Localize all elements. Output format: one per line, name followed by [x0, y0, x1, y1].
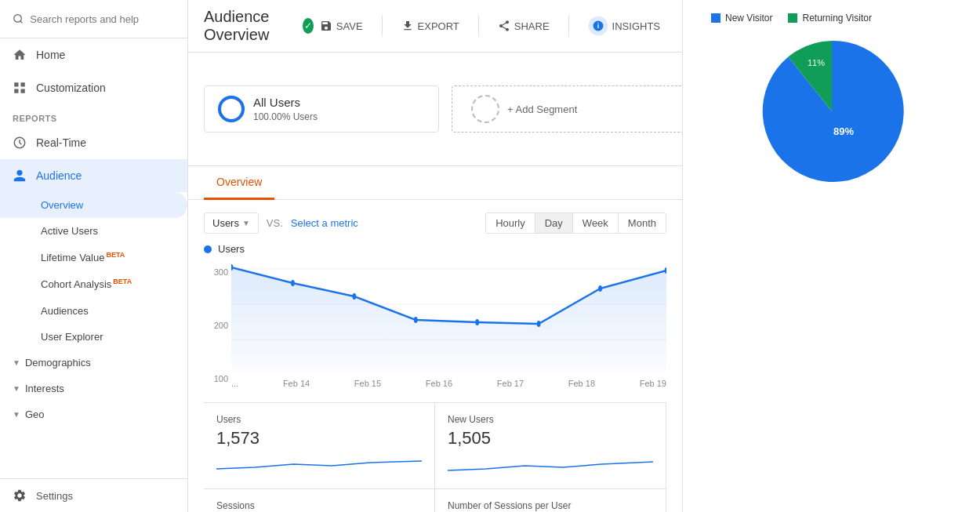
beta-badge-lifetime: BETA — [106, 251, 125, 259]
users-legend-dot — [204, 245, 212, 253]
gear-icon — [13, 488, 27, 503]
x-label-feb18: Feb 18 — [568, 379, 595, 388]
sidebar-item-realtime[interactable]: Real-Time — [0, 126, 187, 159]
svg-point-16 — [291, 280, 295, 286]
chart-svg-container: ... Feb 14 Feb 15 Feb 16 Feb 17 Feb 18 F… — [231, 261, 666, 390]
grid-icon — [13, 81, 27, 95]
sidebar-item-home[interactable]: Home — [0, 38, 187, 71]
divider-2 — [478, 15, 479, 37]
new-visitor-color-swatch — [711, 13, 720, 23]
sidebar-collapse-interests[interactable]: ▼ Interests — [0, 376, 187, 401]
insights-icon: i — [588, 16, 608, 36]
chevron-down-icon-geo: ▼ — [13, 410, 20, 419]
legend-returning-visitor: Returning Visitor — [788, 13, 872, 24]
page-title: Audience Overview ✓ — [204, 8, 314, 44]
realtime-label: Real-Time — [36, 136, 86, 149]
chart-controls: Users ▼ VS. Select a metric Hourly Day W… — [204, 212, 666, 234]
time-buttons: Hourly Day Week Month — [485, 212, 666, 234]
returning-visitor-pct-label: 11% — [807, 58, 824, 67]
add-segment-label: + Add Segment — [507, 103, 577, 115]
pie-chart-svg: 89% 11% — [753, 33, 910, 190]
svg-point-19 — [475, 319, 479, 325]
y-label-100: 100 — [207, 374, 228, 383]
content-area: All Users 100.00% Users + Add Segment Fe… — [188, 53, 682, 512]
divider-3 — [568, 15, 569, 37]
svg-text:i: i — [597, 22, 599, 30]
sidebar-sub-cohort-analysis[interactable]: Cohort AnalysisBETA — [0, 271, 187, 297]
user-explorer-label: User Explorer — [41, 331, 103, 343]
stat-sessions: Sessions 1,754 — [204, 489, 435, 512]
audience-label: Audience — [36, 169, 82, 182]
sidebar-collapse-demographics[interactable]: ▼ Demographics — [0, 350, 187, 376]
chart-section: Users ▼ VS. Select a metric Hourly Day W… — [188, 200, 682, 402]
sidebar-sub-audiences[interactable]: Audiences — [0, 298, 187, 324]
returning-visitor-legend-label: Returning Visitor — [802, 13, 872, 24]
sidebar-collapse-geo[interactable]: ▼ Geo — [0, 401, 187, 427]
segment-pct: 100.00% Users — [253, 111, 318, 124]
search-bar[interactable] — [0, 0, 187, 38]
time-btn-month[interactable]: Month — [619, 213, 666, 233]
sidebar-sub-overview[interactable]: Overview — [0, 192, 187, 218]
time-btn-day[interactable]: Day — [535, 213, 573, 233]
home-label: Home — [36, 49, 65, 61]
users-legend-label: Users — [218, 243, 245, 255]
time-btn-hourly[interactable]: Hourly — [486, 213, 535, 233]
segment-bar: All Users 100.00% Users + Add Segment Fe… — [188, 53, 682, 166]
person-icon — [13, 169, 27, 183]
stat-new-users-value: 1,505 — [448, 428, 653, 448]
insights-label: INSIGHTS — [612, 20, 660, 32]
x-label-feb19: Feb 19 — [640, 379, 666, 388]
sidebar-sub-user-explorer[interactable]: User Explorer — [0, 324, 187, 350]
overview-sub-label: Overview — [41, 199, 83, 211]
y-label-200: 200 — [207, 321, 228, 330]
sidebar-sub-lifetime-value[interactable]: Lifetime ValueBETA — [0, 244, 187, 271]
clock-icon — [13, 136, 27, 150]
save-icon — [320, 20, 332, 32]
beta-badge-cohort: BETA — [113, 278, 132, 285]
reports-section-label: REPORTS — [0, 104, 187, 126]
tab-overview[interactable]: Overview — [204, 166, 274, 200]
stat-users-value: 1,573 — [216, 428, 422, 448]
audiences-label: Audiences — [41, 305, 89, 317]
segment-info: All Users 100.00% Users — [253, 94, 318, 124]
time-btn-week[interactable]: Week — [573, 213, 619, 233]
share-button[interactable]: SHARE — [492, 15, 556, 37]
chart-wrapper: 300 200 100 — [204, 261, 666, 390]
topbar: Audience Overview ✓ SAVE EXPORT SHARE — [188, 0, 682, 53]
chevron-down-icon-interests: ▼ — [13, 384, 20, 393]
all-users-segment[interactable]: All Users 100.00% Users — [204, 85, 439, 133]
sparkline-new-users — [448, 453, 653, 475]
sparkline-users — [216, 453, 422, 475]
interests-label: Interests — [25, 383, 64, 394]
stat-sessions-per-user-label: Number of Sessions per User — [448, 500, 653, 511]
chevron-down-icon-metric: ▼ — [242, 219, 250, 227]
new-visitor-legend-label: New Visitor — [725, 13, 772, 24]
sidebar-item-audience[interactable]: Audience — [0, 159, 187, 192]
sidebar-item-customization[interactable]: Customization — [0, 71, 187, 104]
stat-new-users-label: New Users — [448, 414, 653, 425]
page-title-text: Audience Overview — [204, 8, 296, 44]
tabs-bar: Overview — [188, 166, 682, 200]
search-input[interactable] — [30, 13, 175, 25]
select-metric-link[interactable]: Select a metric — [291, 217, 358, 229]
tab-overview-label: Overview — [216, 176, 262, 188]
svg-rect-3 — [14, 89, 18, 93]
stats-grid: Users 1,573 New Users 1,505 — [204, 402, 666, 489]
settings-link[interactable]: Settings — [0, 478, 187, 512]
stat-sessions-label: Sessions — [216, 500, 422, 511]
pie-legend: New Visitor Returning Visitor — [711, 13, 872, 24]
svg-point-21 — [598, 285, 602, 292]
svg-rect-4 — [21, 89, 25, 93]
stat-users-label: Users — [216, 414, 422, 425]
stats-grid-2: Sessions 1,754 Number of Sessions per Us… — [204, 489, 666, 512]
chart-legend: Users — [204, 243, 666, 255]
metric-select[interactable]: Users ▼ — [204, 212, 259, 234]
divider-1 — [382, 15, 383, 37]
insights-button[interactable]: i INSIGHTS — [582, 11, 666, 41]
sidebar-sub-active-users[interactable]: Active Users — [0, 218, 187, 244]
export-button[interactable]: EXPORT — [395, 15, 466, 37]
add-segment-button[interactable]: + Add Segment — [452, 85, 682, 133]
topbar-actions: SAVE EXPORT SHARE i INSIGHTS — [314, 11, 666, 41]
x-label-feb16: Feb 16 — [426, 379, 452, 388]
save-button[interactable]: SAVE — [314, 15, 369, 37]
